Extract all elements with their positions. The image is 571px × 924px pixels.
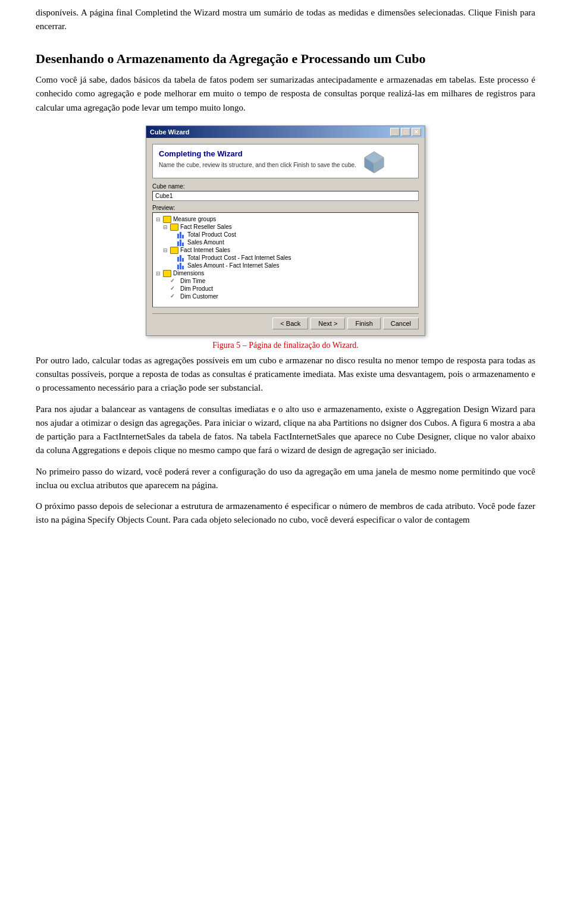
tree-toggle[interactable]: ⊟	[155, 271, 161, 276]
cube-name-group: Cube name:	[152, 183, 419, 201]
tree-item: ⊟ Fact Internet Sales	[155, 247, 416, 254]
finish-button[interactable]: Finish	[347, 318, 380, 329]
dimension-icon: ✓	[170, 293, 178, 300]
wizard-header-text: Completing the Wizard Name the cube, rev…	[159, 149, 356, 170]
tree-spacer	[170, 255, 175, 261]
folder-icon	[170, 247, 178, 254]
tree-label: Total Product Cost	[187, 231, 236, 238]
tree-item: Total Product Cost - Fact Internet Sales	[155, 254, 416, 262]
folder-icon	[170, 224, 178, 231]
tree-item: ✓ Dim Customer	[155, 293, 416, 300]
tree-label: Dim Product	[180, 285, 213, 292]
tree-label: Dim Time	[180, 278, 205, 284]
wizard-header-title: Completing the Wizard	[159, 149, 356, 158]
tree-label: Total Product Cost - Fact Internet Sales	[187, 254, 291, 261]
tree-item: Sales Amount	[155, 239, 416, 246]
chart-icon	[177, 262, 186, 269]
wizard-buttons: < Back Next > Finish Cancel	[152, 313, 419, 329]
close-button[interactable]: ✕	[412, 128, 421, 136]
tree-item: Total Product Cost	[155, 231, 416, 238]
tree-item: ⊟ Fact Reseller Sales	[155, 224, 416, 231]
chart-icon	[177, 231, 186, 238]
tree-spacer	[170, 263, 175, 269]
cube-name-label: Cube name:	[152, 183, 419, 190]
wizard-titlebar: Cube Wizard _ □ ✕	[146, 126, 425, 138]
tree-item: ✓ Dim Time	[155, 278, 416, 285]
tree-toggle[interactable]: ⊟	[155, 216, 161, 222]
titlebar-buttons: _ □ ✕	[390, 128, 421, 136]
folder-icon	[163, 216, 171, 223]
tree-spacer	[162, 286, 168, 292]
figure-container: Cube Wizard _ □ ✕ Completing the Wizard …	[36, 125, 535, 350]
paragraph5: O próximo passo depois de selecionar a e…	[36, 499, 535, 527]
chart-icon	[177, 239, 186, 246]
preview-group: Preview: ⊟ Measure groups ⊟ Fact Rese	[152, 205, 419, 307]
next-button[interactable]: Next >	[310, 318, 345, 329]
paragraph4: No primeiro passo do wizard, você poderá…	[36, 465, 535, 493]
cube-name-input[interactable]	[152, 191, 419, 201]
preview-box: ⊟ Measure groups ⊟ Fact Reseller Sales	[152, 212, 419, 307]
preview-label: Preview:	[152, 205, 419, 211]
dimension-icon: ✓	[170, 285, 178, 293]
tree-toggle[interactable]: ⊟	[162, 247, 168, 253]
tree-label: Dim Customer	[180, 293, 218, 300]
wizard-body: Completing the Wizard Name the cube, rev…	[146, 138, 425, 335]
dimension-icon: ✓	[170, 278, 178, 285]
tree-spacer	[170, 232, 175, 238]
paragraph1: Como você já sabe, dados básicos da tabe…	[36, 73, 535, 115]
tree-spacer	[162, 278, 168, 284]
tree-spacer	[162, 294, 168, 300]
chart-icon	[177, 254, 186, 262]
section-title: Desenhando o Armazenamento da Agregação …	[36, 51, 535, 68]
tree-item: ⊟ Dimensions	[155, 270, 416, 277]
wizard-window: Cube Wizard _ □ ✕ Completing the Wizard …	[146, 125, 425, 336]
tree-item: Sales Amount - Fact Internet Sales	[155, 262, 416, 269]
page-content: disponíveis. A página final Completind t…	[36, 0, 535, 546]
paragraph2: Por outro lado, calcular todas as agrega…	[36, 354, 535, 395]
tree-label: Fact Internet Sales	[180, 247, 230, 253]
wizard-header: Completing the Wizard Name the cube, rev…	[152, 144, 419, 178]
tree-label: Dimensions	[173, 270, 204, 276]
intro-paragraph: disponíveis. A página final Completind t…	[36, 6, 535, 34]
tree-item: ⊟ Measure groups	[155, 216, 416, 223]
folder-icon	[163, 270, 171, 277]
tree-toggle[interactable]: ⊟	[162, 224, 168, 230]
tree-item: ✓ Dim Product	[155, 285, 416, 293]
tree-label: Fact Reseller Sales	[180, 224, 232, 230]
tree-label: Sales Amount	[187, 239, 224, 246]
wizard-header-subtitle: Name the cube, review its structure, and…	[159, 161, 356, 170]
cube-icon	[362, 149, 386, 173]
back-button[interactable]: < Back	[272, 318, 308, 329]
tree-spacer	[170, 240, 175, 246]
figure-caption: Figura 5 – Página de finalização do Wiza…	[212, 341, 359, 350]
cancel-button[interactable]: Cancel	[383, 318, 419, 329]
tree-label: Sales Amount - Fact Internet Sales	[187, 262, 280, 269]
tree-label: Measure groups	[173, 216, 216, 222]
wizard-title: Cube Wizard	[150, 128, 190, 136]
maximize-button[interactable]: □	[401, 128, 410, 136]
paragraph3: Para nos ajudar a balancear as vantagens…	[36, 403, 535, 458]
minimize-button[interactable]: _	[390, 128, 400, 136]
